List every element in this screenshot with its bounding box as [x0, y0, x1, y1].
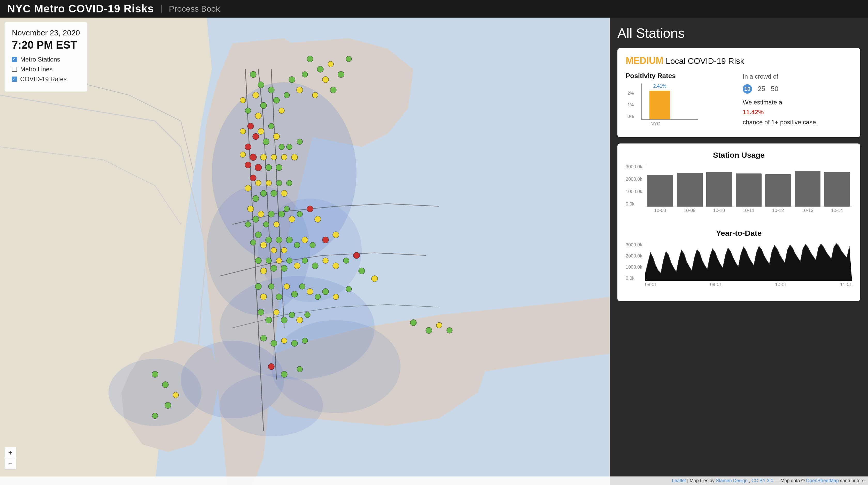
svg-point-17 — [273, 97, 280, 104]
legend-checkbox-covid[interactable] — [12, 77, 17, 82]
ytd-chart-inner — [645, 242, 852, 281]
crowd-option-10[interactable]: 10 — [743, 84, 752, 93]
map-svg — [0, 18, 610, 485]
estimate-suffix: chance of 1+ positive case. — [743, 119, 817, 126]
crowd-option-25[interactable]: 25 — [758, 84, 765, 94]
legend-label-lines: Metro Lines — [20, 66, 53, 73]
svg-point-110 — [315, 294, 320, 299]
svg-point-128 — [359, 268, 365, 274]
svg-point-48 — [281, 154, 287, 160]
svg-point-55 — [255, 180, 261, 186]
station-usage-card: Station Usage 3000.0k 2000.0k 1000.0k 0.… — [617, 143, 860, 301]
svg-point-27 — [346, 56, 351, 62]
positivity-section: Positivity Rates 2% 1% 0% 2.41% NYC — [626, 72, 735, 130]
svg-point-52 — [250, 175, 256, 181]
legend-checkbox-lines[interactable] — [12, 67, 17, 72]
covid-risk-card: MEDIUM Local COVID-19 Risk Positivity Ra… — [617, 48, 860, 137]
svg-point-39 — [279, 144, 284, 150]
bar-10-14 — [824, 172, 850, 206]
legend-metro-stations[interactable]: Metro Stations — [12, 56, 80, 63]
svg-point-137 — [173, 392, 179, 398]
crowd-section: In a crowd of 10 25 50 We estimate a 11.… — [743, 72, 852, 127]
svg-point-31 — [247, 123, 254, 129]
svg-point-15 — [240, 97, 246, 103]
svg-point-68 — [274, 222, 279, 227]
svg-point-16 — [268, 87, 274, 93]
svg-point-13 — [255, 113, 261, 119]
svg-point-90 — [266, 258, 272, 263]
svg-point-84 — [302, 237, 308, 243]
ytd-title: Year-to-Date — [626, 229, 852, 237]
right-panel: All Stations MEDIUM Local COVID-19 Risk … — [610, 18, 868, 485]
zoom-out-button[interactable]: − — [5, 458, 16, 469]
map-container[interactable]: November 23, 2020 7:20 PM EST Metro Stat… — [0, 18, 610, 485]
svg-point-132 — [426, 327, 432, 334]
svg-point-69 — [278, 211, 285, 217]
svg-point-96 — [302, 258, 308, 263]
bar-nyc: 2.41% — [649, 91, 670, 119]
svg-point-92 — [276, 258, 282, 263]
crowd-options[interactable]: 10 25 50 — [743, 84, 852, 94]
positivity-title: Positivity Rates — [626, 72, 735, 80]
svg-point-63 — [253, 216, 259, 222]
svg-point-46 — [271, 154, 277, 160]
zoom-in-button[interactable]: + — [5, 447, 16, 458]
svg-point-130 — [346, 286, 351, 292]
svg-point-75 — [255, 232, 261, 238]
svg-point-64 — [245, 222, 251, 227]
crowd-option-50[interactable]: 50 — [771, 84, 778, 94]
usage-bar-chart: 3000.0k 2000.0k 1000.0k 0.0k 10-08 10- — [626, 164, 852, 221]
svg-point-73 — [307, 206, 313, 212]
svg-point-57 — [266, 180, 272, 186]
svg-point-112 — [333, 294, 339, 299]
estimate-text: We estimate a 11.42% chance of 1+ positi… — [743, 97, 852, 127]
svg-point-131 — [410, 319, 416, 326]
svg-point-79 — [271, 248, 277, 253]
process-book-link[interactable]: Process Book — [169, 4, 220, 14]
leaflet-link[interactable]: Leaflet — [672, 478, 686, 483]
risk-body: Positivity Rates 2% 1% 0% 2.41% NYC — [626, 72, 852, 130]
svg-point-120 — [260, 335, 267, 341]
bar-x-label: NYC — [641, 121, 662, 127]
svg-point-82 — [286, 237, 292, 243]
svg-point-114 — [266, 317, 272, 323]
header-divider — [161, 5, 162, 13]
svg-point-59 — [276, 180, 282, 186]
legend-label-covid: COVID-19 Rates — [20, 76, 67, 83]
svg-point-88 — [255, 257, 261, 264]
svg-point-66 — [263, 222, 269, 227]
svg-point-47 — [276, 165, 282, 171]
svg-point-51 — [297, 139, 303, 144]
bar-chart-inner: 2% 1% 0% 2.41% — [641, 84, 698, 120]
svg-point-10 — [258, 82, 264, 88]
ytd-area-svg — [645, 242, 852, 281]
zoom-controls[interactable]: + − — [5, 447, 16, 469]
y-label-1pct: 1% — [627, 103, 634, 108]
svg-point-121 — [271, 340, 277, 346]
legend-metro-lines[interactable]: Metro Lines — [12, 66, 80, 73]
stamen-link[interactable]: Stamen Design — [716, 478, 748, 483]
crowd-title-text: In a crowd of — [743, 73, 778, 80]
legend-covid-rates[interactable]: COVID-19 Rates — [12, 76, 80, 83]
usage-y-1000: 1000.0k — [626, 189, 642, 194]
svg-point-44 — [260, 154, 267, 160]
crowd-title: In a crowd of — [743, 72, 852, 81]
svg-point-72 — [297, 211, 303, 217]
svg-point-122 — [281, 338, 287, 344]
svg-point-135 — [152, 371, 158, 377]
svg-point-54 — [253, 195, 259, 202]
svg-point-24 — [317, 66, 323, 73]
svg-point-62 — [247, 206, 254, 212]
svg-point-133 — [436, 322, 442, 328]
osm-link[interactable]: OpenStreetMap — [806, 478, 839, 483]
svg-point-87 — [333, 232, 339, 238]
ytd-y-2000: 2000.0k — [626, 253, 642, 259]
svg-point-81 — [281, 248, 287, 253]
svg-point-127 — [297, 366, 303, 372]
cc-link[interactable]: CC BY 3.0 — [751, 478, 773, 483]
svg-point-129 — [371, 276, 378, 282]
ytd-x-labels: 08-01 09-01 10-01 11-01 — [626, 282, 852, 287]
legend-checkbox-stations[interactable] — [12, 57, 17, 62]
usage-y-3000: 3000.0k — [626, 164, 642, 170]
header: NYC Metro COVID-19 Risks Process Book — [0, 0, 868, 18]
